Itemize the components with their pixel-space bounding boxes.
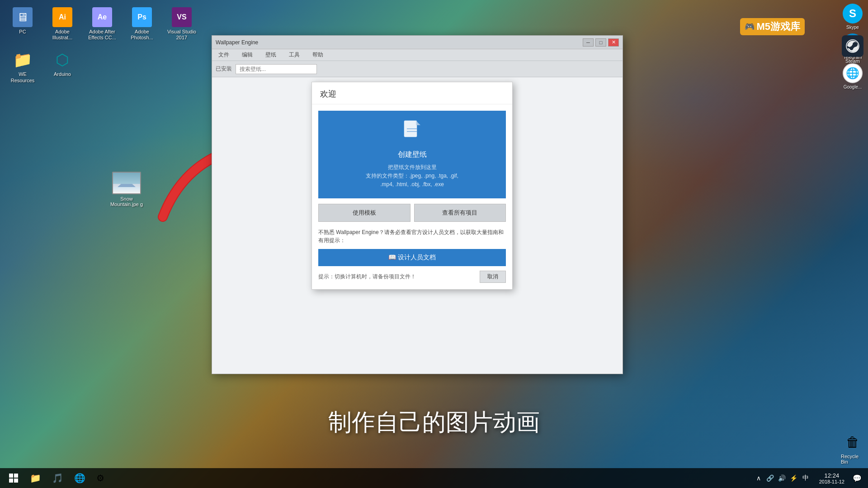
desktop-icon-visualstudio[interactable]: VS Visual Studio2017 xyxy=(164,5,200,43)
file-icon xyxy=(403,120,421,145)
folder-icon: 📁 xyxy=(13,50,33,70)
taskbar-left: 📁 🎵 🌐 ⚙ xyxy=(4,469,109,487)
snow-mountain-thumbnail xyxy=(112,172,141,194)
steam-icon xyxy=(842,35,863,57)
icon-row-2: 📁 WEResources ⬡ Arduino xyxy=(5,47,200,86)
window-content: 欢迎 创建壁纸 xyxy=(212,77,623,374)
desktop-icon-photoshop[interactable]: Ps AdobePhotosh... xyxy=(124,5,160,43)
desktop-icon-skype[interactable]: S Skype xyxy=(841,4,864,30)
minimize-button[interactable]: ─ xyxy=(583,38,594,47)
subtitle-text: 制作自己的图片动画 xyxy=(0,407,868,438)
pc-icon-label: PC xyxy=(19,29,26,35)
ae-icon-label: Adobe AfterEffects CC... xyxy=(88,29,116,41)
taskbar-file-explorer[interactable]: 📁 xyxy=(25,469,46,487)
recycle-bin-label: Recycle Bin xyxy=(841,454,864,465)
ps-icon-label: AdobePhotosh... xyxy=(131,29,153,41)
snow-mountain-label: Snow Mountain.jpe g xyxy=(108,196,145,207)
desktop-icon-aftereffects[interactable]: Ae Adobe AfterEffects CC... xyxy=(84,5,120,43)
maximize-button[interactable]: □ xyxy=(595,38,606,47)
ai-icon: Ai xyxy=(52,7,72,27)
dialog-body: 创建壁纸 把壁纸文件放到这里 支持的文件类型：.jpeg, .png, .tga… xyxy=(312,104,512,289)
window-titlebar: Wallpaper Engine ─ □ ✕ xyxy=(212,36,623,49)
menu-help[interactable]: 帮助 xyxy=(310,50,326,60)
gamepad-icon: 🎮 M5游戏库 xyxy=(740,18,805,35)
desktop-icon-pc[interactable]: 🖥 PC xyxy=(5,5,41,43)
desktop-icons-container: 🖥 PC Ai AdobeIllustrat... Ae Adobe After… xyxy=(5,5,200,86)
menu-file[interactable]: 文件 xyxy=(216,50,232,60)
tip-text: 提示：切换计算机时，请备份项目文件！ xyxy=(318,273,416,281)
use-template-button[interactable]: 使用模板 xyxy=(318,204,410,222)
arduino-label: Arduino xyxy=(54,71,71,77)
desktop-icon-illustrator[interactable]: Ai AdobeIllustrat... xyxy=(44,5,80,43)
chrome-icon: 🌐 xyxy=(843,63,863,83)
start-button[interactable] xyxy=(4,469,24,487)
steam-label: Steam xyxy=(845,58,860,64)
dialog-title: 欢迎 xyxy=(320,89,336,99)
menu-wallpaper[interactable]: 壁纸 xyxy=(263,50,279,60)
tray-network[interactable]: 🔗 xyxy=(766,474,775,483)
doc-button[interactable]: 📖 设计人员文档 xyxy=(318,249,506,266)
svg-marker-2 xyxy=(416,121,420,125)
svg-rect-8 xyxy=(9,479,13,483)
taskbar-chrome[interactable]: 🌐 xyxy=(70,469,90,487)
we-resources-label: WEResources xyxy=(11,71,35,83)
menu-tools[interactable]: 工具 xyxy=(286,50,302,60)
drop-zone-desc-line2: 支持的文件类型：.jpeg, .png, .tga, .gif, xyxy=(366,173,458,179)
welcome-dialog: 欢迎 创建壁纸 xyxy=(311,82,513,290)
info-text: 不熟悉 Wallpaper Engine？请务必查看官方设计人员文档，以获取大量… xyxy=(318,228,506,244)
clock-date: 2018-11-12 xyxy=(819,479,844,484)
desktop-icon-snowmountain[interactable]: Snow Mountain.jpe g xyxy=(108,172,145,207)
ms-watermark: 🎮 M5游戏库 xyxy=(740,18,805,35)
menu-edit[interactable]: 编辑 xyxy=(239,50,255,60)
window-menubar: 文件 编辑 壁纸 工具 帮助 xyxy=(212,49,623,61)
svg-rect-9 xyxy=(14,479,18,483)
clock-time: 12:24 xyxy=(825,472,840,479)
ps-icon: Ps xyxy=(132,7,152,27)
browse-all-button[interactable]: 查看所有项目 xyxy=(414,204,506,222)
tray-volume[interactable]: 🔊 xyxy=(778,474,787,483)
pc-icon: 🖥 xyxy=(13,7,33,27)
vs-icon: VS xyxy=(172,7,192,27)
wallpaper-engine-window: Wallpaper Engine ─ □ ✕ 文件 编辑 壁纸 工具 帮助 已安… xyxy=(212,35,623,374)
svg-rect-6 xyxy=(9,474,13,478)
action-buttons: 使用模板 查看所有项目 xyxy=(318,204,506,222)
tray-ime[interactable]: 中 xyxy=(801,474,810,483)
desktop-icon-weresources[interactable]: 📁 WEResources xyxy=(5,47,41,86)
drop-zone-desc-line1: 把壁纸文件放到这里 xyxy=(388,164,437,170)
drop-zone-desc: 把壁纸文件放到这里 支持的文件类型：.jpeg, .png, .tga, .gi… xyxy=(366,163,458,189)
skype-icon: S xyxy=(843,4,863,23)
search-input[interactable] xyxy=(236,64,317,74)
window-title: Wallpaper Engine xyxy=(216,39,258,46)
ai-icon-label: AdobeIllustrat... xyxy=(52,29,73,41)
taskbar-settings[interactable]: ⚙ xyxy=(92,469,109,487)
ms-brand-text: M5游戏库 xyxy=(756,20,800,33)
window-toolbar: 已安装 xyxy=(212,61,623,77)
desktop-icon-arduino[interactable]: ⬡ Arduino xyxy=(44,47,80,86)
tray-battery[interactable]: ⚡ xyxy=(789,474,798,483)
ae-icon: Ae xyxy=(92,7,112,27)
desktop: 🖥 PC Ai AdobeIllustrat... Ae Adobe After… xyxy=(0,0,868,488)
svg-rect-7 xyxy=(14,474,18,478)
icon-row-1: 🖥 PC Ai AdobeIllustrat... Ae Adobe After… xyxy=(5,5,200,43)
taskbar-right: ∧ 🔗 🔊 ⚡ 中 12:24 2018-11-12 💬 xyxy=(750,469,864,487)
notification-button[interactable]: 💬 xyxy=(850,469,864,487)
drop-zone-desc-line3: .mp4, .html, .obj, .fbx, .exe xyxy=(380,181,444,188)
skype-label: Skype xyxy=(846,25,859,30)
taskbar-spotify[interactable]: 🎵 xyxy=(47,469,68,487)
dialog-header: 欢迎 xyxy=(312,82,512,104)
toolbar-label: 已安装 xyxy=(216,65,232,73)
window-controls: ─ □ ✕ xyxy=(583,38,619,47)
vs-icon-label: Visual Studio2017 xyxy=(167,29,196,41)
tip-cancel-row: 提示：切换计算机时，请备份项目文件！ 取消 xyxy=(318,271,506,283)
chrome-label: Google... xyxy=(844,84,862,89)
close-button[interactable]: ✕ xyxy=(608,38,619,47)
clock[interactable]: 12:24 2018-11-12 xyxy=(816,472,848,484)
cancel-button[interactable]: 取消 xyxy=(480,271,506,283)
drop-zone-title: 创建壁纸 xyxy=(398,150,427,160)
taskbar: 📁 🎵 🌐 ⚙ ∧ 🔗 🔊 ⚡ 中 12:24 2018-11-12 💬 xyxy=(0,468,868,488)
desktop-icon-chrome[interactable]: 🌐 Google... xyxy=(841,63,864,89)
drop-zone[interactable]: 创建壁纸 把壁纸文件放到这里 支持的文件类型：.jpeg, .png, .tga… xyxy=(318,111,506,198)
tray-up-arrow[interactable]: ∧ xyxy=(754,474,763,483)
system-tray: ∧ 🔗 🔊 ⚡ 中 xyxy=(750,474,814,483)
desktop-icon-steam[interactable]: Steam xyxy=(841,35,864,64)
